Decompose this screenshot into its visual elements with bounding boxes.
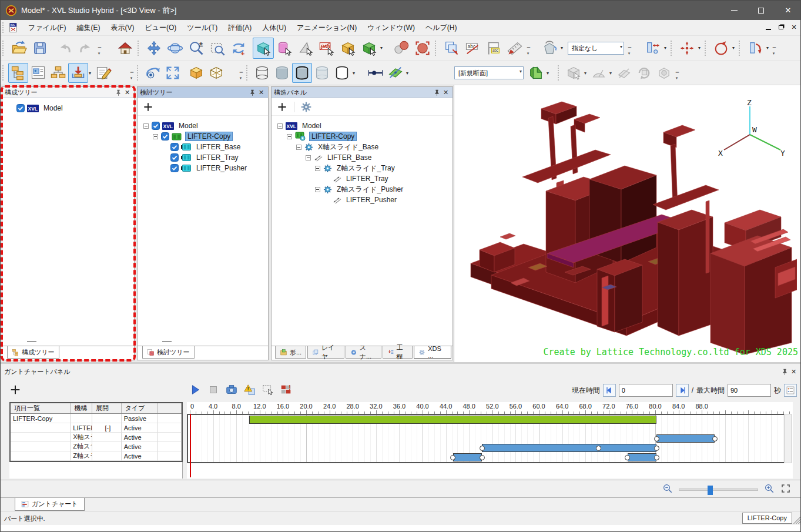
gantt-table-row[interactable]: X軸スラ..Active — [11, 433, 182, 442]
chevron-down-icon[interactable]: ▾ — [608, 71, 613, 76]
zoom-slider-thumb[interactable] — [708, 486, 713, 495]
menu-n[interactable]: アニメーション(N) — [291, 21, 362, 34]
gantt-table-row[interactable]: Z軸スラ..Active — [11, 451, 182, 461]
mechanism-gear-button[interactable] — [300, 101, 312, 113]
tree-node-z-tray[interactable]: Z軸スライド_Tray — [272, 163, 453, 173]
tab-process[interactable]: 工程 — [383, 346, 413, 359]
tree-node-model[interactable]: XVLModel — [138, 121, 268, 131]
step-forward-button[interactable] — [676, 384, 689, 397]
timeline-zoom-out-icon[interactable] — [662, 483, 673, 496]
measure-angle-button[interactable]: ▾ — [710, 38, 732, 59]
gantt-bar-handle[interactable] — [596, 446, 601, 451]
fit-view-button[interactable] — [163, 63, 183, 83]
home-view-button[interactable] — [115, 38, 136, 59]
gantt-bar-handle[interactable] — [625, 455, 630, 460]
measure-ruler-button[interactable] — [504, 38, 525, 59]
chevron-down-icon[interactable]: ▾ — [520, 69, 522, 74]
toolbar-grip[interactable] — [138, 41, 142, 56]
vertex-spheres-button[interactable] — [391, 38, 412, 59]
pin-icon[interactable] — [248, 88, 257, 97]
gantt-column-header[interactable]: 項目一覧 — [11, 403, 71, 413]
annotation-abc-button[interactable]: abc — [462, 38, 483, 59]
expand-collapse-icon[interactable] — [277, 123, 283, 129]
chevron-down-icon[interactable]: ▾ — [765, 45, 770, 51]
select-range-button[interactable] — [262, 383, 276, 397]
close-panel-icon[interactable]: ✕ — [123, 89, 132, 96]
style-shaded-button[interactable] — [272, 63, 292, 83]
rotate-view-button[interactable]: + — [228, 38, 249, 59]
visibility-checkbox[interactable] — [170, 153, 179, 162]
menu-grip[interactable] — [2, 22, 5, 33]
play-animation-button[interactable] — [189, 383, 203, 397]
visibility-checkbox[interactable] — [152, 122, 160, 130]
3d-viewport[interactable]: Z X Y W Create by Lattice Technology.co.… — [454, 85, 801, 362]
display-solid-cube-button[interactable] — [186, 63, 206, 83]
timeline-zoom-slider[interactable] — [679, 488, 758, 491]
doc-restore-button[interactable] — [777, 23, 785, 31]
tree-node-model[interactable]: XVLModel — [2, 103, 134, 113]
tab-study-tree[interactable]: 検討ツリー — [142, 346, 195, 359]
toolbar-grip[interactable] — [739, 41, 743, 56]
tab-xds[interactable]: XDS ... — [414, 346, 451, 359]
select-group-button[interactable] — [337, 38, 358, 59]
open-file-button[interactable] — [8, 38, 29, 59]
chevron-down-icon[interactable]: ▾ — [731, 45, 736, 51]
doc-close-button[interactable]: ✕ — [790, 23, 798, 31]
menu-o[interactable]: ビュー(O) — [139, 21, 182, 34]
toolbar-grip[interactable] — [137, 65, 141, 81]
tree-node-lifter-copy[interactable]: LIFTER-Copy — [138, 131, 268, 142]
tab-shape[interactable]: 形... — [275, 346, 306, 359]
section-combo[interactable]: [新規断面]▾ — [454, 66, 524, 79]
select-primitive-button[interactable] — [274, 38, 295, 59]
minimize-button[interactable] — [720, 1, 748, 20]
menu-v[interactable]: 表示(V) — [105, 21, 139, 34]
chevron-down-icon[interactable]: ▾ — [663, 45, 668, 51]
timeline-zoom-in-icon[interactable] — [764, 483, 775, 496]
time-cursor[interactable] — [190, 414, 191, 477]
gantt-bar-handle[interactable] — [450, 455, 455, 460]
gantt-bar-handle[interactable] — [654, 436, 659, 441]
expand-collapse-icon[interactable] — [306, 155, 311, 160]
select-part-button[interactable] — [253, 38, 274, 59]
menu-w[interactable]: ウィンドウ(W) — [362, 21, 420, 34]
add-gantt-item-button[interactable] — [9, 383, 23, 397]
toolbar-grip[interactable] — [558, 65, 562, 81]
tree-node-x-base[interactable]: X軸スライド_Base — [272, 142, 453, 152]
resize-grip[interactable] — [793, 517, 800, 524]
chevron-down-icon[interactable]: ▾ — [697, 45, 702, 51]
gantt-bar-handle[interactable] — [654, 455, 659, 460]
copy-object-button[interactable] — [441, 38, 462, 59]
display-wire-cube-button[interactable] — [206, 63, 226, 83]
tab-snapshot[interactable]: スナ... — [346, 346, 381, 359]
redo-button[interactable] — [75, 38, 96, 59]
gantt-bar-handle[interactable] — [480, 455, 485, 460]
gantt-bar-handle[interactable] — [654, 446, 659, 451]
gantt-table-row[interactable]: LIFTER..[-]Active — [11, 423, 182, 433]
toolbar-overflow-button[interactable]: ▔▾ — [96, 39, 103, 57]
tab-composition-tree[interactable]: 構成ツリー — [7, 346, 59, 359]
splitter-handle[interactable] — [27, 341, 36, 342]
toolbar-overflow-button[interactable]: ▔▾ — [129, 64, 135, 82]
expand-collapse-icon[interactable] — [287, 134, 292, 139]
tab-layer[interactable]: レイヤ — [307, 346, 344, 359]
toolbar-overflow-button[interactable]: ▔▾ — [626, 39, 633, 57]
close-panel-icon[interactable]: ✕ — [789, 368, 798, 376]
toolbar-grip[interactable] — [2, 65, 6, 81]
menu-u[interactable]: 人体(U) — [257, 21, 291, 34]
undo-button[interactable] — [54, 38, 75, 59]
step-back-button[interactable] — [603, 384, 616, 397]
measure-distance-button[interactable]: ▾ — [642, 38, 663, 59]
menu-h[interactable]: ヘルプ(H) — [420, 21, 462, 34]
gantt-table-row[interactable]: Z軸スラ..Active — [11, 442, 182, 451]
gantt-column-header[interactable]: タイプ — [122, 403, 159, 413]
menu-t[interactable]: ツール(T) — [182, 21, 223, 34]
timeline-fit-icon[interactable] — [780, 483, 791, 496]
gantt-table-row[interactable]: LIFTER-CopyPassive — [11, 414, 182, 423]
gantt-bar-blue[interactable] — [656, 434, 715, 443]
zoom-area-button[interactable] — [207, 38, 228, 59]
zoom-view-button[interactable]: ± — [186, 38, 207, 59]
toolbar-overflow-button[interactable]: ▔▾ — [238, 64, 244, 82]
toolbar-overflow-button[interactable]: ▔▾ — [771, 39, 777, 57]
gantt-column-header[interactable]: 機構 — [71, 403, 92, 413]
expand-collapse-icon[interactable] — [143, 123, 149, 129]
